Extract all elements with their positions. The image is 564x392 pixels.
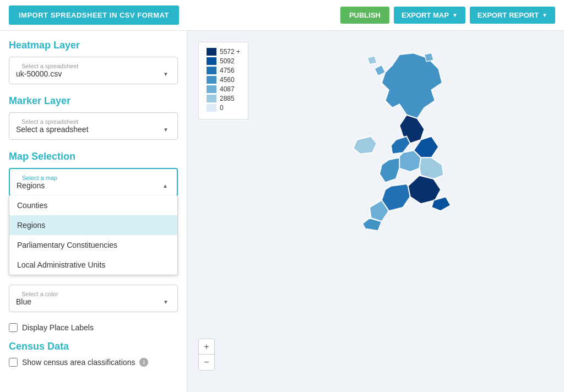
heatmap-legend: Select a spreadsheet (19, 63, 171, 69)
legend-item: 4560 (207, 76, 240, 84)
marker-title: Marker Layer (9, 95, 178, 107)
uk-map (294, 47, 547, 389)
census-title: Census Data (9, 341, 178, 352)
map-selected-value[interactable]: Regions (17, 181, 170, 190)
marker-legend: Select a spreadsheet (19, 118, 171, 125)
legend-color-swatch (207, 85, 216, 93)
legend-item: 0 (207, 104, 240, 112)
legend-value-label: 2885 (220, 95, 235, 102)
top-right-buttons: PUBLISH EXPORT MAP ▼ EXPORT REPORT ▼ (340, 7, 555, 24)
dropdown-item-regions[interactable]: Regions (9, 215, 177, 235)
export-report-arrow-icon: ▼ (542, 12, 547, 18)
display-labels-row: Display Place Labels (9, 323, 178, 332)
main-layout: Heatmap Layer Select a spreadsheet uk-50… (0, 31, 564, 392)
dropdown-item-lau[interactable]: Local Administrative Units (9, 255, 177, 275)
sidebar: Heatmap Layer Select a spreadsheet uk-50… (0, 31, 187, 392)
legend-item: 5572 + (207, 48, 240, 56)
legend-item: 2885 (207, 95, 240, 102)
publish-button[interactable]: PUBLISH (340, 7, 389, 24)
map-select-wrapper: Regions (17, 181, 170, 190)
color-select-wrapper: Blue (16, 297, 171, 306)
heatmap-title: Heatmap Layer (9, 40, 178, 51)
legend-value-label: 4087 (220, 85, 235, 93)
legend-color-swatch (207, 95, 216, 102)
census-checkbox-row: Show census area classifications i (9, 358, 178, 367)
export-map-button[interactable]: EXPORT MAP ▼ (394, 7, 465, 24)
export-report-button[interactable]: EXPORT REPORT ▼ (470, 7, 555, 24)
legend-value-label: 5092 (220, 57, 235, 65)
marker-fieldset: Select a spreadsheet Select a spreadshee… (9, 112, 178, 140)
zoom-out-button[interactable]: − (199, 355, 214, 370)
legend-color-swatch (207, 104, 216, 112)
legend-color-swatch (207, 67, 216, 74)
color-select[interactable]: Blue (16, 297, 171, 306)
legend-box: 5572 +509247564560408728850 (198, 42, 248, 119)
map-area: 5572 +509247564560408728850 (187, 31, 564, 392)
legend-item: 5092 (207, 57, 240, 65)
color-fieldset: Select a color Blue (9, 285, 178, 312)
legend-value-label: 5572 + (220, 48, 240, 56)
map-selection-fieldset: Select a map Regions Counties Regions Pa… (9, 168, 178, 197)
top-bar: IMPORT SPREADSHEET IN CSV FORMAT PUBLISH… (0, 0, 564, 31)
color-section: Select a color Blue (9, 285, 178, 312)
legend-value-label: 0 (220, 104, 224, 112)
heatmap-select-wrapper: uk-50000.csv (16, 69, 171, 78)
display-labels-text: Display Place Labels (22, 323, 94, 332)
legend-color-swatch (207, 76, 216, 84)
map-selection-legend: Select a map (20, 175, 170, 181)
dropdown-item-parliamentary[interactable]: Parliamentary Constituencies (9, 235, 177, 255)
zoom-controls: + − (198, 339, 215, 371)
legend-value-label: 4560 (220, 76, 235, 84)
map-selection-title: Map Selection (9, 151, 178, 162)
export-map-arrow-icon: ▼ (452, 12, 458, 18)
legend-value-label: 4756 (220, 67, 235, 74)
legend-color-swatch (207, 57, 216, 65)
census-checkbox[interactable] (9, 358, 18, 367)
map-dropdown-menu: Counties Regions Parliamentary Constitue… (9, 195, 178, 275)
census-text: Show census area classifications (22, 358, 135, 367)
color-legend: Select a color (19, 291, 171, 297)
heatmap-fieldset: Select a spreadsheet uk-50000.csv (9, 57, 178, 84)
legend-color-swatch (207, 48, 216, 56)
zoom-in-button[interactable]: + (199, 339, 214, 355)
census-info-icon[interactable]: i (139, 358, 148, 367)
import-button[interactable]: IMPORT SPREADSHEET IN CSV FORMAT (9, 6, 179, 25)
marker-select[interactable]: Select a spreadsheet (16, 125, 171, 134)
display-labels-checkbox[interactable] (9, 323, 18, 332)
marker-select-wrapper: Select a spreadsheet (16, 125, 171, 134)
legend-item: 4756 (207, 67, 240, 74)
dropdown-item-counties[interactable]: Counties (9, 195, 177, 215)
legend-item: 4087 (207, 85, 240, 93)
heatmap-select[interactable]: uk-50000.csv (16, 69, 171, 78)
